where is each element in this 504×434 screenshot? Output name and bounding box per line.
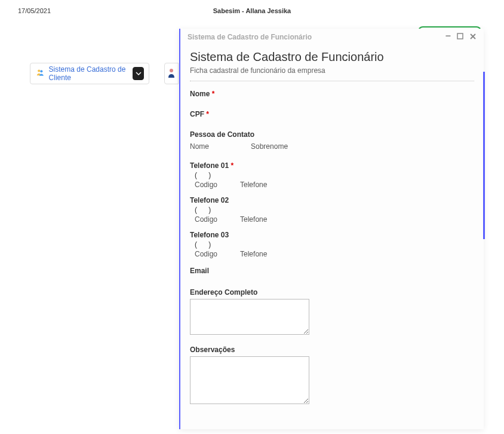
pessoa-contato-label: Pessoa de Contato	[190, 130, 474, 139]
tel3-telefone-sublabel: Telefone	[240, 250, 267, 258]
svg-rect-3	[457, 33, 463, 39]
modal-body: Sistema de Cadastro de Funcionário Ficha…	[180, 45, 484, 420]
endereco-input[interactable]	[190, 299, 309, 335]
form-heading: Sistema de Cadastro de Funcionário	[190, 50, 474, 64]
window-controls: –	[445, 33, 477, 42]
tel2-telefone-sublabel: Telefone	[240, 215, 267, 224]
email-label: Email	[190, 267, 474, 275]
field-telefone-02: Telefone 02 ( ) Codigo Telefone	[190, 196, 474, 224]
tel1-label: Telefone 01	[190, 161, 229, 170]
field-nome: Nome *	[190, 90, 474, 98]
tel3-codigo-sublabel: Codigo	[195, 250, 217, 258]
svg-point-0	[38, 69, 40, 72]
contato-sobrenome-sublabel: Sobrenome	[251, 142, 288, 151]
field-endereco: Endereço Completo	[190, 288, 474, 335]
field-pessoa-contato: Pessoa de Contato Nome Sobrenome	[190, 130, 474, 151]
field-observacoes: Observações	[190, 346, 474, 404]
modal-titlebar-text: Sistema de Cadastro de Funcionário	[188, 33, 312, 41]
tel2-paren: ( )	[195, 206, 474, 214]
employee-form-modal: Sistema de Cadastro de Funcionário – Sis…	[179, 29, 484, 429]
tel1-paren: ( )	[195, 171, 474, 179]
header-title: Sabesim - Allana Jessika	[125, 7, 379, 14]
modal-titlebar: Sistema de Cadastro de Funcionário –	[180, 29, 484, 45]
employee-card-peek[interactable]	[164, 63, 179, 84]
person-icon	[167, 68, 176, 80]
required-asterisk: *	[212, 90, 215, 98]
svg-point-2	[170, 69, 173, 72]
divider	[190, 81, 474, 81]
chevron-down-icon	[136, 71, 142, 77]
minimize-icon[interactable]: –	[445, 33, 451, 42]
field-email: Email	[190, 267, 474, 275]
tel1-telefone-sublabel: Telefone	[240, 181, 267, 189]
client-card-label: Sistema de Cadastro de Cliente	[49, 65, 133, 82]
nome-label: Nome	[190, 90, 210, 98]
header-date: 17/05/2021	[18, 7, 125, 14]
tel1-codigo-sublabel: Codigo	[195, 181, 217, 189]
tel2-label: Telefone 02	[190, 196, 474, 204]
tel3-label: Telefone 03	[190, 231, 474, 239]
required-asterisk: *	[206, 110, 209, 118]
dropdown-toggle[interactable]	[133, 67, 144, 80]
client-registration-card[interactable]: Sistema de Cadastro de Cliente	[30, 63, 149, 84]
observacoes-label: Observações	[190, 346, 474, 354]
maximize-icon[interactable]	[457, 33, 463, 42]
contato-nome-sublabel: Nome	[190, 142, 209, 151]
svg-point-1	[40, 70, 42, 72]
users-icon	[35, 68, 45, 80]
field-telefone-03: Telefone 03 ( ) Codigo Telefone	[190, 231, 474, 258]
close-icon[interactable]	[469, 33, 477, 42]
form-subtitle: Ficha cadastral de funcionário da empres…	[190, 66, 474, 81]
page-header: 17/05/2021 Sabesim - Allana Jessika	[0, 0, 504, 22]
required-asterisk: *	[231, 161, 233, 170]
tel2-codigo-sublabel: Codigo	[195, 215, 217, 224]
tel3-paren: ( )	[195, 240, 474, 249]
observacoes-input[interactable]	[190, 356, 309, 404]
endereco-label: Endereço Completo	[190, 288, 474, 297]
field-telefone-01: Telefone 01 * ( ) Codigo Telefone	[190, 161, 474, 189]
cpf-label: CPF	[190, 110, 204, 118]
field-cpf: CPF *	[190, 110, 474, 118]
